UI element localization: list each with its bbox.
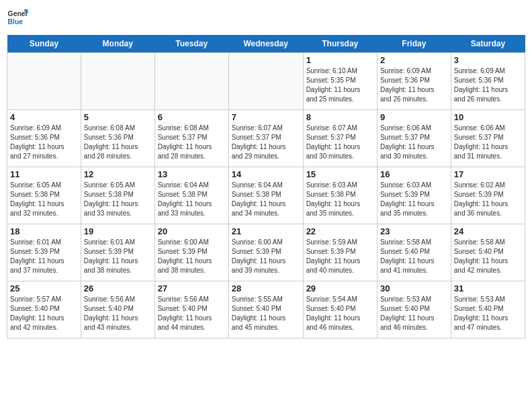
calendar-cell: 9Sunrise: 6:06 AM Sunset: 5:37 PM Daylig… xyxy=(377,110,451,167)
calendar-cell: 20Sunrise: 6:00 AM Sunset: 5:39 PM Dayli… xyxy=(154,224,228,281)
logo: General Blue xyxy=(7,7,28,28)
calendar-cell xyxy=(81,53,154,110)
calendar-cell: 26Sunrise: 5:56 AM Sunset: 5:40 PM Dayli… xyxy=(81,281,154,338)
day-info: Sunrise: 6:10 AM Sunset: 5:35 PM Dayligh… xyxy=(306,66,374,104)
day-number: 23 xyxy=(380,226,448,236)
day-number: 5 xyxy=(84,112,152,122)
calendar-cell: 23Sunrise: 5:58 AM Sunset: 5:40 PM Dayli… xyxy=(377,224,451,281)
calendar-cell: 11Sunrise: 6:05 AM Sunset: 5:38 PM Dayli… xyxy=(7,167,81,224)
calendar-cell: 6Sunrise: 6:08 AM Sunset: 5:37 PM Daylig… xyxy=(154,110,228,167)
day-number: 10 xyxy=(454,112,522,122)
day-number: 22 xyxy=(306,226,374,236)
day-info: Sunrise: 5:53 AM Sunset: 5:40 PM Dayligh… xyxy=(380,295,448,332)
day-number: 21 xyxy=(232,226,300,236)
day-info: Sunrise: 6:06 AM Sunset: 5:37 PM Dayligh… xyxy=(380,124,448,161)
day-header-tuesday: Tuesday xyxy=(154,35,228,53)
day-info: Sunrise: 6:01 AM Sunset: 5:39 PM Dayligh… xyxy=(10,238,78,275)
day-info: Sunrise: 5:56 AM Sunset: 5:40 PM Dayligh… xyxy=(84,295,152,332)
calendar-cell xyxy=(7,53,81,110)
calendar-cell: 7Sunrise: 6:07 AM Sunset: 5:37 PM Daylig… xyxy=(228,110,303,167)
day-info: Sunrise: 6:09 AM Sunset: 5:36 PM Dayligh… xyxy=(10,124,78,161)
week-row-4: 18Sunrise: 6:01 AM Sunset: 5:39 PM Dayli… xyxy=(7,224,525,281)
calendar-cell: 15Sunrise: 6:03 AM Sunset: 5:38 PM Dayli… xyxy=(303,167,377,224)
day-number: 4 xyxy=(10,112,78,122)
day-info: Sunrise: 5:57 AM Sunset: 5:40 PM Dayligh… xyxy=(10,295,78,332)
day-number: 8 xyxy=(306,112,374,122)
day-number: 9 xyxy=(380,112,448,122)
day-number: 17 xyxy=(454,169,522,179)
day-info: Sunrise: 5:58 AM Sunset: 5:40 PM Dayligh… xyxy=(454,238,522,275)
day-info: Sunrise: 5:56 AM Sunset: 5:40 PM Dayligh… xyxy=(158,295,226,332)
day-info: Sunrise: 6:08 AM Sunset: 5:36 PM Dayligh… xyxy=(84,124,152,161)
day-header-friday: Friday xyxy=(377,35,451,53)
day-number: 11 xyxy=(10,169,78,179)
day-header-wednesday: Wednesday xyxy=(228,35,303,53)
day-info: Sunrise: 6:03 AM Sunset: 5:39 PM Dayligh… xyxy=(380,181,448,218)
day-info: Sunrise: 5:58 AM Sunset: 5:40 PM Dayligh… xyxy=(380,238,448,275)
day-info: Sunrise: 6:05 AM Sunset: 5:38 PM Dayligh… xyxy=(10,181,78,218)
day-header-row: SundayMondayTuesdayWednesdayThursdayFrid… xyxy=(7,35,525,53)
calendar-cell: 10Sunrise: 6:06 AM Sunset: 5:37 PM Dayli… xyxy=(451,110,525,167)
day-info: Sunrise: 6:00 AM Sunset: 5:39 PM Dayligh… xyxy=(232,238,300,275)
calendar-cell: 27Sunrise: 5:56 AM Sunset: 5:40 PM Dayli… xyxy=(154,281,228,338)
day-number: 14 xyxy=(232,169,300,179)
svg-text:Blue: Blue xyxy=(8,18,24,26)
day-number: 31 xyxy=(454,283,522,293)
day-number: 27 xyxy=(158,283,226,293)
week-row-1: 1Sunrise: 6:10 AM Sunset: 5:35 PM Daylig… xyxy=(7,53,525,110)
day-number: 1 xyxy=(306,55,374,65)
day-info: Sunrise: 6:09 AM Sunset: 5:36 PM Dayligh… xyxy=(380,66,448,104)
day-info: Sunrise: 6:02 AM Sunset: 5:39 PM Dayligh… xyxy=(454,181,522,218)
day-info: Sunrise: 6:08 AM Sunset: 5:37 PM Dayligh… xyxy=(158,124,226,161)
calendar-cell: 14Sunrise: 6:04 AM Sunset: 5:38 PM Dayli… xyxy=(228,167,303,224)
day-number: 20 xyxy=(158,226,226,236)
day-header-thursday: Thursday xyxy=(303,35,377,53)
day-number: 30 xyxy=(380,283,448,293)
calendar-cell: 17Sunrise: 6:02 AM Sunset: 5:39 PM Dayli… xyxy=(451,167,525,224)
day-number: 3 xyxy=(454,55,522,65)
calendar-cell: 25Sunrise: 5:57 AM Sunset: 5:40 PM Dayli… xyxy=(7,281,81,338)
day-number: 15 xyxy=(306,169,374,179)
calendar-cell: 4Sunrise: 6:09 AM Sunset: 5:36 PM Daylig… xyxy=(7,110,81,167)
day-header-monday: Monday xyxy=(81,35,154,53)
day-info: Sunrise: 6:07 AM Sunset: 5:37 PM Dayligh… xyxy=(232,124,300,161)
calendar-cell: 2Sunrise: 6:09 AM Sunset: 5:36 PM Daylig… xyxy=(377,53,451,110)
calendar-cell: 5Sunrise: 6:08 AM Sunset: 5:36 PM Daylig… xyxy=(81,110,154,167)
day-number: 7 xyxy=(232,112,300,122)
day-number: 16 xyxy=(380,169,448,179)
page-header: General Blue xyxy=(7,7,525,28)
calendar-cell: 30Sunrise: 5:53 AM Sunset: 5:40 PM Dayli… xyxy=(377,281,451,338)
calendar-cell: 3Sunrise: 6:09 AM Sunset: 5:36 PM Daylig… xyxy=(451,53,525,110)
day-info: Sunrise: 6:06 AM Sunset: 5:37 PM Dayligh… xyxy=(454,124,522,161)
week-row-2: 4Sunrise: 6:09 AM Sunset: 5:36 PM Daylig… xyxy=(7,110,525,167)
day-info: Sunrise: 6:01 AM Sunset: 5:39 PM Dayligh… xyxy=(84,238,152,275)
day-number: 18 xyxy=(10,226,78,236)
calendar-cell: 8Sunrise: 6:07 AM Sunset: 5:37 PM Daylig… xyxy=(303,110,377,167)
week-row-5: 25Sunrise: 5:57 AM Sunset: 5:40 PM Dayli… xyxy=(7,281,525,338)
day-number: 2 xyxy=(380,55,448,65)
day-info: Sunrise: 6:05 AM Sunset: 5:38 PM Dayligh… xyxy=(84,181,152,218)
calendar-cell: 21Sunrise: 6:00 AM Sunset: 5:39 PM Dayli… xyxy=(228,224,303,281)
calendar-table: SundayMondayTuesdayWednesdayThursdayFrid… xyxy=(7,35,525,338)
day-header-saturday: Saturday xyxy=(451,35,525,53)
day-number: 13 xyxy=(158,169,226,179)
day-number: 12 xyxy=(84,169,152,179)
week-row-3: 11Sunrise: 6:05 AM Sunset: 5:38 PM Dayli… xyxy=(7,167,525,224)
day-number: 28 xyxy=(232,283,300,293)
day-info: Sunrise: 6:04 AM Sunset: 5:38 PM Dayligh… xyxy=(158,181,226,218)
day-number: 24 xyxy=(454,226,522,236)
day-info: Sunrise: 5:54 AM Sunset: 5:40 PM Dayligh… xyxy=(306,295,374,332)
day-info: Sunrise: 6:04 AM Sunset: 5:38 PM Dayligh… xyxy=(232,181,300,218)
day-info: Sunrise: 5:59 AM Sunset: 5:39 PM Dayligh… xyxy=(306,238,374,275)
day-number: 29 xyxy=(306,283,374,293)
calendar-cell: 19Sunrise: 6:01 AM Sunset: 5:39 PM Dayli… xyxy=(81,224,154,281)
day-number: 26 xyxy=(84,283,152,293)
day-number: 25 xyxy=(10,283,78,293)
calendar-cell: 12Sunrise: 6:05 AM Sunset: 5:38 PM Dayli… xyxy=(81,167,154,224)
calendar-cell: 13Sunrise: 6:04 AM Sunset: 5:38 PM Dayli… xyxy=(154,167,228,224)
calendar-cell xyxy=(228,53,303,110)
day-info: Sunrise: 5:55 AM Sunset: 5:40 PM Dayligh… xyxy=(232,295,300,332)
day-info: Sunrise: 5:53 AM Sunset: 5:40 PM Dayligh… xyxy=(454,295,522,332)
logo-icon: General Blue xyxy=(7,7,28,28)
calendar-cell: 1Sunrise: 6:10 AM Sunset: 5:35 PM Daylig… xyxy=(303,53,377,110)
